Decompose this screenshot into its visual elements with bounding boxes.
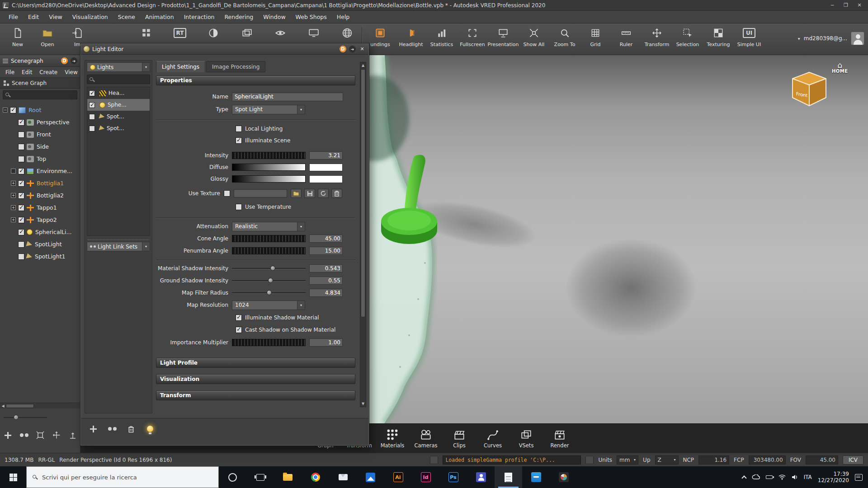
close-button[interactable]: ✕ <box>854 1 865 10</box>
undock-button[interactable]: ➜ <box>71 57 77 64</box>
properties-section-header[interactable]: Properties <box>156 75 355 85</box>
diffuse-gradient-slider[interactable] <box>232 164 306 171</box>
expander-icon[interactable]: − <box>3 108 8 113</box>
cone-angle-slider[interactable] <box>232 235 306 242</box>
transform-section-header[interactable]: Transform <box>156 390 355 400</box>
expander-icon[interactable] <box>11 169 16 174</box>
sg-menu-view[interactable]: View <box>61 68 81 76</box>
task-view-button[interactable] <box>246 466 274 488</box>
save-texture-button[interactable] <box>304 189 315 198</box>
map-filter-radius-slider[interactable] <box>232 289 306 296</box>
view-cube[interactable]: Front <box>788 69 831 114</box>
headlight-button[interactable]: Headlight <box>396 25 426 57</box>
light-row-spotlight1[interactable]: ✓ Spot... <box>87 122 150 134</box>
visibility-checkbox[interactable]: ✓ <box>18 217 24 223</box>
delete-texture-button[interactable] <box>331 189 342 198</box>
module-render[interactable]: Render <box>546 428 573 449</box>
tree-horizontal-scrollbar[interactable]: ◀ <box>0 403 80 408</box>
selection-button[interactable]: Selection <box>673 25 703 57</box>
menu-scene[interactable]: Scene <box>113 12 140 22</box>
tab-light-settings[interactable]: Light Settings <box>156 61 205 72</box>
start-button[interactable] <box>0 466 26 488</box>
visibility-checkbox[interactable]: ✓ <box>18 192 24 199</box>
photoshop-button[interactable]: Ps <box>439 466 467 488</box>
visibility-checkbox[interactable]: ✓ <box>18 131 24 138</box>
diffuse-color-swatch[interactable] <box>309 164 343 171</box>
visibility-checkbox[interactable]: ✓ <box>18 168 24 174</box>
light-enable-checkbox[interactable]: ✓ <box>89 102 95 108</box>
scroll-down-icon[interactable]: ▼ <box>362 401 364 407</box>
menu-interaction[interactable]: Interaction <box>179 12 220 22</box>
settings-scrollbar[interactable]: ▲ ▼ <box>360 62 366 407</box>
icv-button[interactable]: ICV <box>843 455 863 465</box>
module-curves[interactable]: Curves <box>479 428 506 449</box>
light-row-sphericallight[interactable]: ✓ Sphe... <box>87 99 150 111</box>
tree-row-bottiglia2[interactable]: + ✓ Bottiglia2 <box>0 189 80 202</box>
vred-taskbar-button[interactable] <box>550 466 577 488</box>
use-texture-checkbox[interactable]: ✓ <box>224 190 230 197</box>
tree-row-spotlight1[interactable]: ✓ SpotLight1 <box>0 250 80 263</box>
delete-light-button[interactable] <box>125 423 137 435</box>
console-icon[interactable] <box>430 456 438 464</box>
hidden-icons-chevron[interactable] <box>741 475 746 480</box>
tree-row-environment[interactable]: ✓ Environme... <box>0 165 80 177</box>
visibility-checkbox[interactable]: ✓ <box>18 144 24 150</box>
tree-row-root[interactable]: − ✓ Root <box>0 104 80 116</box>
create-light-button[interactable] <box>87 423 99 435</box>
show-all-button[interactable]: Show All <box>519 25 549 57</box>
units-dropdown[interactable]: mm ▾ <box>617 455 638 465</box>
isolate-view-button[interactable] <box>35 430 45 440</box>
photos-button[interactable] <box>357 466 384 488</box>
penumbra-angle-value[interactable]: 15.00 <box>309 247 343 255</box>
load-texture-button[interactable] <box>291 189 302 198</box>
wifi-icon[interactable] <box>778 474 786 480</box>
fov-value[interactable]: 45.00 <box>806 455 838 465</box>
visibility-checkbox[interactable]: ✓ <box>18 229 24 235</box>
material-shadow-slider[interactable] <box>232 265 306 272</box>
light-enable-checkbox[interactable]: ✓ <box>89 114 95 120</box>
tree-row-front[interactable]: ✓ Front <box>0 128 80 141</box>
module-cameras[interactable]: Cameras <box>412 428 439 449</box>
menu-edit[interactable]: Edit <box>23 12 44 22</box>
presentation-button[interactable]: Presentation <box>488 25 518 57</box>
visibility-checkbox[interactable]: ✓ <box>18 156 24 162</box>
surroundings-button[interactable]: undings <box>365 25 395 57</box>
simple-ui-button[interactable]: UI Simple UI <box>734 25 764 57</box>
ground-shadow-value[interactable]: 0.55 <box>309 277 343 285</box>
slider-handle[interactable] <box>270 266 275 271</box>
action-center-icon[interactable] <box>855 474 863 481</box>
menu-file[interactable]: File <box>4 12 23 22</box>
zoom-to-button[interactable]: Zoom To <box>550 25 580 57</box>
green-cap-object[interactable] <box>371 154 466 258</box>
ground-shadow-slider[interactable] <box>232 277 306 284</box>
viewcube-home-button[interactable]: ⌂ HOME <box>832 61 848 74</box>
illuminate-scene-checkbox[interactable]: ✓ <box>236 137 242 144</box>
light-enable-checkbox[interactable]: ✓ <box>89 126 95 131</box>
menu-view[interactable]: View <box>44 12 67 22</box>
visibility-checkbox[interactable]: ✓ <box>18 253 24 260</box>
module-vsets[interactable]: VSets <box>513 428 540 449</box>
close-window-button[interactable]: ✕ <box>359 46 366 53</box>
add-node-button[interactable] <box>3 430 13 440</box>
statistics-button[interactable]: Statistics <box>427 25 457 57</box>
language-indicator[interactable]: ITA <box>804 474 812 480</box>
type-dropdown[interactable]: Spot Light ▾ <box>232 105 305 114</box>
lights-filter-dropdown[interactable]: Lights ▾ <box>87 62 150 72</box>
tree-row-top[interactable]: ✓ Top <box>0 153 80 165</box>
menu-help[interactable]: Help <box>332 12 355 22</box>
taskbar-clock[interactable]: 17:39 12/27/2020 <box>818 471 849 483</box>
expander-icon[interactable]: + <box>11 205 16 210</box>
console-message[interactable]: Loaded simpleGamma profile 'C:\P... <box>443 455 581 465</box>
slider-handle[interactable] <box>267 290 272 295</box>
visibility-checkbox[interactable]: ✓ <box>18 241 24 248</box>
taskbar-search-input[interactable]: Scrivi qui per eseguire la ricerca <box>26 466 219 488</box>
tree-row-sphericallight[interactable]: ✓ SphericalLi... <box>0 226 80 238</box>
local-lighting-checkbox[interactable]: ✓ <box>236 126 242 132</box>
scenegraph-header[interactable]: Scenegraph D ➜ <box>0 55 80 67</box>
volume-icon[interactable] <box>792 474 798 480</box>
light-row-headlight[interactable]: ✓ Hea... <box>87 87 150 99</box>
tree-row-tappo1[interactable]: + ✓ Tappo1 <box>0 202 80 214</box>
light-profile-section-header[interactable]: Light Profile <box>156 358 355 368</box>
scenegraph-search-input[interactable] <box>3 90 77 99</box>
splitter-handle[interactable] <box>88 239 149 240</box>
